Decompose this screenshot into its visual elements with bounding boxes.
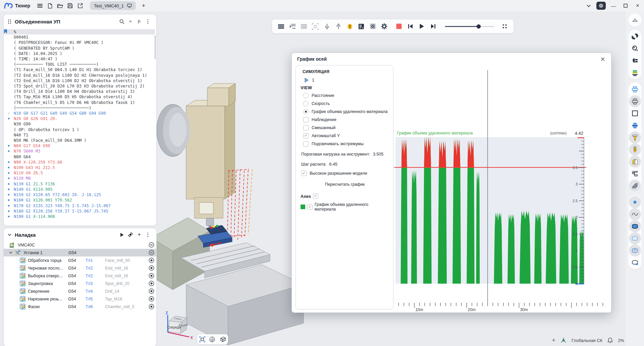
gcode-line[interactable]: ( GENERATED BY SprutCAM ) xyxy=(4,46,155,51)
checkbox-option-Автомаштаб Y[interactable]: Автомаштаб Y xyxy=(303,132,389,140)
gcode-line[interactable]: ●N160 G1 X126.001 Y70.562 xyxy=(4,197,155,203)
operation-row[interactable]: GВыборка отверс...G54T#2End_mill_16 xyxy=(4,272,156,280)
zoom-level[interactable]: 2% xyxy=(618,338,624,343)
save-icon[interactable] xyxy=(65,1,75,10)
indent-down-icon[interactable] xyxy=(289,22,296,31)
play-button[interactable] xyxy=(418,22,426,31)
operation-row[interactable]: GЗацентровкаG54T#3Spot_drill_20 xyxy=(4,280,156,287)
plain-square-icon[interactable] xyxy=(629,107,641,119)
gcode-line[interactable]: ●N130 G1 Z1.5 F136 xyxy=(4,181,155,187)
dropdown-chevron-icon[interactable] xyxy=(584,1,593,10)
skip-start-button[interactable] xyxy=(407,22,414,31)
gcode-line[interactable]: ✓N10 G0 G17 G21 G40 G49 G54 G80 G94 G90 xyxy=(4,111,155,116)
arrow-down-icon[interactable] xyxy=(323,22,331,31)
magnet-icon[interactable] xyxy=(629,31,641,43)
checkbox-option-Подсвечивать экстремумы[interactable]: Подсвечивать экстремумы xyxy=(303,140,389,148)
clamp-icon[interactable] xyxy=(629,55,641,67)
surface-point-icon[interactable] xyxy=(629,256,641,269)
operation-row[interactable]: GФаскиG54T#6Chamfer_mill_5 xyxy=(4,303,156,310)
surface-filled-icon[interactable] xyxy=(629,220,641,232)
gcode-line[interactable]: ●N70 S600 M3 xyxy=(4,149,155,154)
gcode-line[interactable]: % xyxy=(4,29,155,35)
gcode-scrollbar[interactable] xyxy=(155,35,156,59)
gcode-line[interactable]: ●N190 G1 X-114.908 xyxy=(4,214,155,219)
gcode-line[interactable]: (T6 Chamfer_mill_5 D5 L70 D6 H6 Obrabotk… xyxy=(4,100,155,105)
gcode-line[interactable]: ●N140 G1 X114.905 xyxy=(4,187,155,192)
machine-row[interactable]: VMC40C xyxy=(4,241,156,249)
surface-outline-icon[interactable] xyxy=(629,232,641,244)
search-icon[interactable] xyxy=(117,17,126,25)
visibility-radio-icon[interactable] xyxy=(146,257,156,263)
more-vertical-icon[interactable]: ⋮ xyxy=(144,17,152,25)
bell-icon[interactable] xyxy=(607,337,613,343)
checkbox-icon[interactable] xyxy=(301,171,307,176)
step-row[interactable]: Шаг расчета: 6.45 xyxy=(301,162,389,167)
visibility-radio-icon[interactable] xyxy=(146,265,156,271)
menu-circle-icon[interactable] xyxy=(146,242,156,248)
simulation-entry[interactable]: 1 xyxy=(305,77,389,82)
gcode-line[interactable]: O00401 xyxy=(4,35,155,40)
step-value[interactable]: 6.45 xyxy=(329,162,337,167)
gcode-line[interactable]: ( DATE: 14.04.2025 ) xyxy=(4,51,155,56)
document-tab[interactable]: Test_VMC40_1 xyxy=(90,1,136,10)
checkbox-icon[interactable] xyxy=(303,133,309,138)
gcode-line[interactable]: ●N170 G2 X135.323 Y49.75 I-5.745 J-15.06… xyxy=(4,203,155,209)
maximize-icon[interactable] xyxy=(621,1,630,10)
surface-grid-icon[interactable] xyxy=(629,244,641,256)
settings-gear-button[interactable] xyxy=(596,2,606,10)
more-vertical-icon[interactable]: ⋮ xyxy=(144,231,152,239)
orbit-sphere-icon[interactable] xyxy=(209,336,215,343)
coordinate-system-label[interactable]: Глобальная СК xyxy=(572,338,602,343)
checkbox-option-Наблюдение[interactable]: Наблюдение xyxy=(303,116,389,124)
axes-checkbox-icon[interactable] xyxy=(313,193,318,199)
panel-icon[interactable] xyxy=(358,22,365,31)
operation-row[interactable]: GНарезание резь...G54T#5Tap_M16 xyxy=(4,295,156,303)
add-tab-icon[interactable]: + xyxy=(139,1,149,10)
gcode-line[interactable]: (─────────── TOOL LIST ───────────) xyxy=(4,62,155,67)
axes-series-row[interactable]: График объема удаленного материала xyxy=(301,202,389,212)
add-icon[interactable]: + xyxy=(135,231,144,239)
gcode-line[interactable]: ( POSTPROCESSOR: Fanuc 0i MF VMC40C ) xyxy=(4,40,155,45)
gcode-line[interactable]: ( TIME: 14:40:47 ) xyxy=(4,56,155,62)
stop-button[interactable] xyxy=(395,22,402,31)
stock-icon[interactable] xyxy=(629,67,641,79)
frame-gear-icon[interactable] xyxy=(312,22,319,31)
curve-icon[interactable] xyxy=(629,208,641,220)
arrow-up-icon[interactable] xyxy=(335,22,342,31)
checkbox-icon[interactable] xyxy=(303,141,309,147)
minimize-icon[interactable]: — xyxy=(609,1,618,10)
hatch-icon[interactable] xyxy=(629,180,641,192)
add-cs-icon[interactable]: + xyxy=(552,337,555,344)
pocket-icon[interactable] xyxy=(629,168,641,180)
series-checkbox-icon[interactable] xyxy=(307,204,313,210)
coordinate-system-icon[interactable] xyxy=(560,337,567,343)
gcode-line[interactable]: (T1 Face_mill_50 D64.5 L40 D1 H1 Obrabot… xyxy=(4,67,155,72)
list-icon[interactable] xyxy=(300,22,308,31)
divide-icon[interactable]: ÷ xyxy=(126,17,135,25)
gcode-line[interactable]: N40 T1 xyxy=(4,132,155,138)
checkbox-option-Смешанный[interactable]: Смешанный xyxy=(303,124,389,132)
visibility-radio-icon[interactable] xyxy=(146,273,156,279)
gcode-line[interactable]: (T4 Drill_14 D14 L100 D4 H4 Obrabotka ot… xyxy=(4,89,155,94)
checkbox-icon[interactable] xyxy=(303,125,309,130)
probe-icon[interactable] xyxy=(629,43,641,55)
gcode-line[interactable]: (T3 Spot_drill_20 D20 L70 D3 H3 Obrabotk… xyxy=(4,83,155,89)
gcode-line[interactable]: ●N90 X-120.259 Y73.66 xyxy=(4,160,155,165)
collapse-up-icon[interactable] xyxy=(629,14,641,26)
gcode-line[interactable]: ●N100 G43 H1 Z12.5 xyxy=(4,165,155,170)
function-fx-icon[interactable]: fx xyxy=(135,17,144,25)
speed-slider[interactable] xyxy=(444,24,495,29)
play-icon[interactable] xyxy=(117,231,126,239)
toolpath-hatch-icon[interactable] xyxy=(369,22,376,31)
threshold-value[interactable]: 3.505 xyxy=(373,152,383,157)
radio-icon[interactable] xyxy=(303,93,309,98)
radio-option-Скорость[interactable]: Скорость xyxy=(303,100,389,108)
frame-select-icon[interactable] xyxy=(199,336,205,342)
gcode-line[interactable]: ●N150 G2 X120.65 Y72.602 I0. J-16.125 xyxy=(4,192,155,197)
menu-circle-icon[interactable] xyxy=(146,250,156,255)
visibility-radio-icon[interactable] xyxy=(146,281,156,286)
radio-option-График объема удаленного материала[interactable]: График объема удаленного материала xyxy=(303,108,389,116)
dialog-close-icon[interactable]: ✕ xyxy=(598,55,607,64)
gcode-line[interactable]: ●N60 G17 G54 G90 xyxy=(4,143,155,149)
iso-box-icon[interactable] xyxy=(219,336,226,342)
